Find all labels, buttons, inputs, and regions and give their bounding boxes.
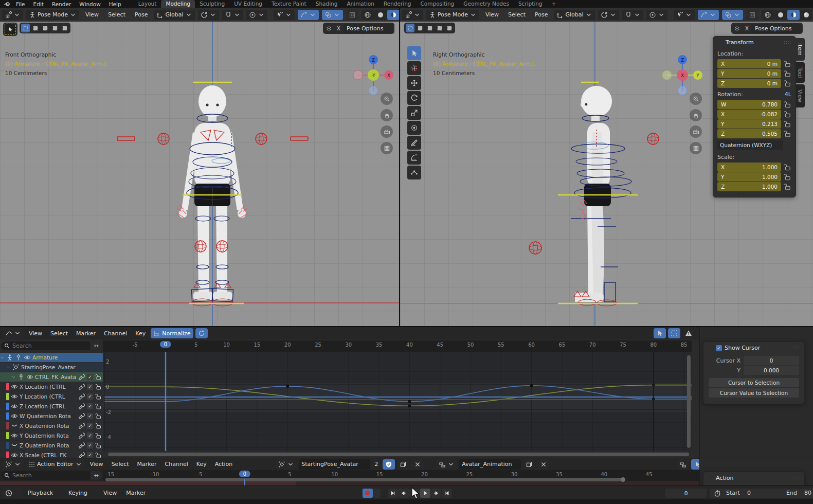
select-mode-subtract[interactable] [425, 24, 434, 32]
dope-menu-channel[interactable]: Channel [162, 461, 191, 467]
mirror-x-toggle[interactable]: X [334, 24, 343, 33]
topbar-menu-window[interactable]: Window [75, 1, 104, 7]
current-frame-field[interactable]: 0 [665, 489, 707, 498]
fake-user-toggle[interactable] [383, 459, 395, 470]
graph-menu-channel[interactable]: Channel [101, 330, 130, 337]
rotation-mode-dropdown[interactable]: Quaternion (WXYZ) [717, 140, 783, 150]
panel-drag-handle[interactable]: :::: [792, 346, 800, 350]
unlink-slot-button[interactable] [537, 459, 550, 470]
tool-measure[interactable] [407, 151, 421, 165]
transport-jump-to-start-button[interactable] [388, 489, 398, 498]
vp-left-pivot-dropdown[interactable] [198, 10, 219, 20]
select-mode-subtract[interactable] [41, 24, 49, 32]
location-y-field[interactable]: Y0 m [717, 69, 781, 78]
start-frame-field[interactable]: Start0 [726, 490, 751, 496]
workspace-tab-modeling[interactable]: Modeling [161, 0, 195, 8]
vp-left-gizmos-toggle[interactable] [298, 10, 319, 20]
zoom-button[interactable] [690, 93, 702, 105]
transport-jump-to-end-button[interactable] [442, 489, 452, 498]
keying-menu[interactable]: Keying [66, 488, 97, 498]
modifier-checkbox[interactable]: ✓ [87, 393, 93, 400]
transport-play-reverse-button[interactable] [409, 489, 420, 498]
x-mirror-butterfly-icon[interactable] [733, 24, 742, 33]
vp-left-xray-toggle[interactable] [346, 10, 358, 20]
channel-y-quaternion-rota[interactable]: Y Quaternion Rota✓ [0, 431, 103, 440]
action-name-field[interactable]: StartingPose_Avatar [299, 459, 370, 470]
unlink-action-button[interactable] [411, 459, 424, 470]
topbar-menu-help[interactable]: Help [105, 1, 125, 7]
scale-y-field[interactable]: Y1.000 [717, 172, 781, 182]
vp-right-menu-select[interactable]: Select [505, 11, 529, 18]
channel-x-quaternion-rota[interactable]: X Quaternion Rota✓ [0, 421, 103, 430]
workspace-tab-rendering[interactable]: Rendering [379, 0, 416, 8]
modifier-checkbox[interactable]: ✓ [87, 433, 93, 439]
modifier-checkbox[interactable]: ✓ [87, 413, 93, 419]
pan-button[interactable] [381, 109, 393, 121]
tool-annotate[interactable] [407, 136, 421, 150]
transport-play-button[interactable] [420, 489, 430, 498]
vp-right-shading-material[interactable] [787, 10, 800, 20]
action-users-count[interactable]: 2 [372, 459, 381, 470]
modifier-checkbox[interactable]: ✓ [87, 403, 93, 409]
transform-panel-header[interactable]: Transform :::: [713, 37, 796, 48]
vp-right-orientation-dropdown[interactable]: Global [554, 10, 594, 20]
topbar-menu-render[interactable]: Render [48, 1, 75, 7]
viewport-front-canvas[interactable]: Front Orthographic (0) Armature : CTRL_F… [0, 22, 399, 326]
pan-button[interactable] [690, 109, 702, 121]
vp-left-mode-dropdown[interactable]: Pose Mode [26, 10, 79, 20]
vp-left-editor-type-dropdown[interactable] [2, 10, 23, 20]
vp-right-overlays-toggle[interactable] [722, 10, 743, 20]
channel-armature[interactable]: Armature [0, 353, 103, 362]
graph-plot-area[interactable] [103, 352, 692, 451]
timeline-editor-type-dropdown[interactable] [3, 488, 22, 498]
rotation-z-field[interactable]: Z0.505 [717, 129, 781, 138]
graph-ruler[interactable]: -50510152025303540455055606570758085 [103, 340, 692, 352]
select-mode-extend[interactable] [31, 24, 40, 32]
show-cursor-header[interactable]: ✓ Show Cursor :::: [703, 342, 804, 354]
end-frame-field[interactable]: End80 [786, 490, 811, 496]
tool-cursor[interactable] [407, 61, 421, 75]
mirror-x-toggle[interactable]: X [743, 24, 751, 33]
select-mode-intersect[interactable] [445, 24, 454, 32]
sidebar-tab-tool[interactable]: Tool [796, 62, 805, 83]
cursor-to-selection-button[interactable]: Cursor to Selection [709, 378, 799, 387]
camera-view-button[interactable] [381, 125, 393, 138]
cursor-y-field[interactable]: 0.000 [744, 366, 799, 375]
new-slot-button[interactable] [523, 459, 535, 470]
workspace-tab-layout[interactable]: Layout [134, 0, 161, 8]
sidebar-tab-item[interactable]: Item [796, 38, 805, 61]
channel-x-location-ctrl-[interactable]: X Location (CTRL_✓ [0, 382, 103, 391]
vp-left-proportional-dropdown[interactable] [246, 10, 267, 20]
floating-bone-sphere[interactable] [527, 240, 544, 256]
vp-left-visibility-dropdown[interactable] [274, 10, 295, 20]
select-mode-invert[interactable] [50, 24, 59, 32]
channel-startingpose-avatar[interactable]: StartingPose_Avatar [0, 363, 103, 372]
filter-toggle-button[interactable]: ↔ [91, 341, 102, 350]
channel-y-location-ctrl-[interactable]: Y Location (CTRL_✓ [0, 392, 103, 401]
channel-ctrl-fk-avata[interactable]: CTRL_FK_Avata✓ [0, 372, 103, 382]
transport-next-keyframe-button[interactable] [431, 489, 441, 498]
dope-menu-select[interactable]: Select [109, 461, 132, 467]
filter-toggle-button[interactable]: ↔ [91, 471, 102, 480]
add-workspace-button[interactable]: + [547, 0, 561, 8]
vp-right-mode-dropdown[interactable]: Pose Mode [426, 10, 479, 20]
vp-right-shading-solid[interactable] [774, 10, 787, 20]
current-frame-badge[interactable]: 0 [160, 341, 171, 348]
dope-editor-type-dropdown[interactable] [3, 459, 24, 470]
topbar-menu-file[interactable]: File [12, 1, 29, 7]
graph-tweak-tool[interactable] [654, 328, 666, 338]
vp-right-xray-toggle[interactable] [746, 10, 758, 20]
vp-left-snapping-dropdown[interactable] [222, 10, 243, 20]
graph-editor-type-dropdown[interactable] [3, 328, 24, 338]
pose-options-dropdown[interactable]: Pose Options [344, 24, 393, 33]
dope-menu-key[interactable]: Key [193, 461, 210, 467]
timeline-marker-menu[interactable]: Marker [123, 490, 149, 496]
slot-browse-dropdown[interactable] [436, 459, 457, 470]
normalize-toggle[interactable]: Normalize [151, 328, 193, 338]
tool-rotate[interactable] [407, 91, 421, 105]
tool-select-box[interactable] [407, 46, 421, 60]
workspace-tab-uv-editing[interactable]: UV Editing [229, 0, 267, 8]
action-browse-dropdown[interactable] [276, 459, 297, 470]
timeline-view-menu[interactable]: View [100, 490, 120, 496]
select-mode-new[interactable] [406, 24, 414, 32]
